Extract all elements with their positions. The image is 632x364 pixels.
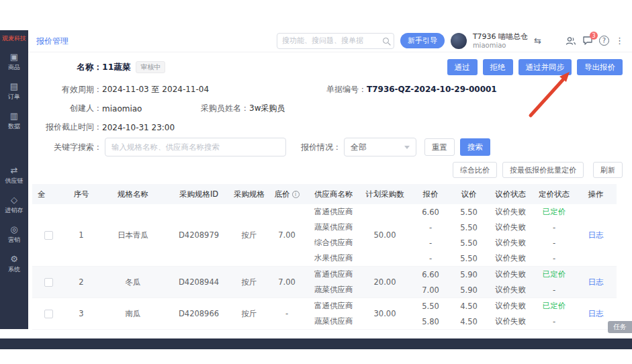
header-no: 序号 xyxy=(64,189,98,199)
buyer-label: 采购员姓名： xyxy=(201,103,249,113)
cell-supplier: 蔬菜供应商 xyxy=(305,285,359,295)
cell-base-price: 7.00 xyxy=(269,204,305,266)
cell-nego-status: 议价失败 xyxy=(488,316,533,326)
cell-base-price: 7.00 xyxy=(269,267,305,298)
cell-supplier: 富通供应商 xyxy=(305,207,359,217)
header-plan-qty: 计划采购数 xyxy=(359,189,411,199)
task-tab[interactable]: 任务 xyxy=(608,321,632,333)
cell-supplier: 富通供应商 xyxy=(305,301,359,311)
screen: 观麦科技 ▣ 商品 ▤ 订单 ▥ 数据 ⇄ 供应链 ◇ 进销存 ◎ 营销 ⚙ 系… xyxy=(0,0,632,364)
export-quote-button[interactable]: 导出报价 xyxy=(577,59,623,75)
header-select-all[interactable]: 全 xyxy=(32,189,64,199)
top-bar: 报价管理 新手引导 T7936 喵喵总仓 miaomiao ⇆ xyxy=(28,30,632,52)
reset-button[interactable]: 重置 xyxy=(424,138,455,156)
header-base-price: 底价i xyxy=(269,189,305,199)
contacts-icon[interactable] xyxy=(566,36,576,46)
supplier-lines: 富通供应商 6.60 5.90 议价失败 已定价 蔬菜供应商 7.00 5.90… xyxy=(305,267,575,298)
gear-icon: ⚙ xyxy=(10,255,18,264)
account-name: T7936 喵喵总仓 xyxy=(473,33,528,42)
quote-name: 11蔬菜 xyxy=(102,62,130,73)
row-checkbox[interactable] xyxy=(44,310,53,318)
cell-spec-id: D4208966 xyxy=(168,298,230,329)
cell-unit: 按斤 xyxy=(230,298,269,329)
sidebar-item-data[interactable]: ▥ 数据 xyxy=(8,111,20,131)
cell-spec-id: D4208979 xyxy=(168,204,230,266)
sidebar-item-inventory[interactable]: ◇ 进销存 xyxy=(5,195,24,215)
sidebar-item-label: 供应链 xyxy=(5,177,24,185)
sidebar-item-goods[interactable]: ▣ 商品 xyxy=(8,52,20,72)
cell-nego-status: 议价失败 xyxy=(488,301,533,311)
sidebar-item-label: 订单 xyxy=(8,93,20,101)
period-value: 2024-11-03 至 2024-11-04 xyxy=(102,84,209,95)
cell-price-status: - xyxy=(533,285,575,295)
header-quote: 报价 xyxy=(411,189,450,199)
cell-quote: - xyxy=(411,238,450,248)
cell-spec-name: 日本青瓜 xyxy=(98,204,168,266)
sidebar-item-label: 营销 xyxy=(8,236,20,244)
global-search-input[interactable] xyxy=(282,36,383,45)
header-nego-price: 议价 xyxy=(450,189,488,199)
keyword-input[interactable] xyxy=(105,138,286,156)
cell-quote: - xyxy=(411,223,450,232)
approve-button[interactable]: 通过 xyxy=(447,59,478,75)
cell-quote: - xyxy=(411,254,450,263)
sidebar-item-label: 进销存 xyxy=(5,206,24,215)
table-row: 1 日本青瓜 D4208979 按斤 7.00 富通供应商 6.60 5.50 … xyxy=(32,204,617,267)
log-link[interactable]: 日志 xyxy=(588,230,604,240)
filter-bar: 关键字搜索： 报价情况： 全部 重置 搜索 xyxy=(28,138,632,156)
cell-unit: 按斤 xyxy=(230,204,269,266)
cell-price-status: - xyxy=(533,223,575,232)
sidebar-item-system[interactable]: ⚙ 系统 xyxy=(8,255,20,274)
batch-price-button[interactable]: 按最低报价批量定价 xyxy=(502,162,584,178)
breadcrumb[interactable]: 报价管理 xyxy=(36,36,69,47)
cell-nego-price: 5.50 xyxy=(450,223,488,232)
cell-nego-price: 4.50 xyxy=(450,317,488,326)
guide-button[interactable]: 新手引导 xyxy=(400,33,445,48)
cell-plan-qty: 30.00 xyxy=(359,309,411,318)
cell-unit: 按斤 xyxy=(230,267,269,298)
cell-supplier: 蔬菜供应商 xyxy=(305,222,359,232)
log-link[interactable]: 日志 xyxy=(588,277,604,287)
help-icon[interactable]: ? xyxy=(599,36,609,46)
quote-table: 全 序号 规格名称 采购规格ID 采购规格 底价i 供应商名称 计划采购数 报价… xyxy=(32,184,617,330)
cell-supplier: 水果供应商 xyxy=(305,253,359,263)
account-info[interactable]: T7936 喵喵总仓 miaomiao xyxy=(473,33,528,49)
cell-no: 3 xyxy=(64,298,98,329)
log-link[interactable]: 日志 xyxy=(588,309,604,319)
switch-warehouse-icon[interactable]: ⇆ xyxy=(534,36,541,45)
main-panel: 报价管理 新手引导 T7936 喵喵总仓 miaomiao ⇆ xyxy=(28,30,632,329)
refresh-button[interactable]: 刷新 xyxy=(593,162,623,178)
cell-supplier: 富通供应商 xyxy=(305,269,359,279)
sidebar-item-orders[interactable]: ▤ 订单 xyxy=(8,82,20,101)
avatar[interactable] xyxy=(451,33,467,49)
reject-button[interactable]: 拒绝 xyxy=(483,59,513,75)
status-badge: 审核中 xyxy=(136,61,165,73)
cell-nego-status: 议价失败 xyxy=(488,222,533,232)
buyer-field: 采购员姓名：3w采购员 xyxy=(201,103,285,114)
row-checkbox[interactable] xyxy=(44,231,53,240)
chevron-down-icon xyxy=(404,146,410,149)
account-subname: miaomiao xyxy=(473,42,528,50)
search-button[interactable]: 搜索 xyxy=(460,138,490,156)
table-row: 3 南瓜 D4208966 按斤 - 富通供应商 5.50 4.50 议价失败 … xyxy=(32,298,617,330)
box-icon: ▣ xyxy=(10,52,18,62)
more-menu-icon[interactable]: ⋮ xyxy=(615,36,624,45)
quote-status-value: 全部 xyxy=(351,142,367,153)
supplier-lines: 富通供应商 5.50 4.50 议价失败 已定价 蔬菜供应商 5.80 4.50… xyxy=(305,298,575,329)
cell-quote: 7.00 xyxy=(411,285,450,295)
quote-status-select[interactable]: 全部 xyxy=(344,138,416,156)
sidebar-item-supply-chain[interactable]: ⇄ 供应链 xyxy=(5,166,24,185)
sidebar-item-marketing[interactable]: ◎ 营销 xyxy=(8,225,20,244)
sidebar-item-label: 商品 xyxy=(8,63,20,72)
deadline-label: 报价截止时间： xyxy=(38,122,102,133)
cell-price-status: - xyxy=(533,238,575,248)
row-checkbox[interactable] xyxy=(44,278,53,287)
messages-icon[interactable]: 3 xyxy=(582,36,593,46)
global-search[interactable] xyxy=(277,33,394,49)
approve-sync-button[interactable]: 通过并同步 xyxy=(518,59,572,75)
header-nego-status: 议价状态 xyxy=(488,189,533,199)
header-unit: 采购规格 xyxy=(230,189,269,199)
header-base-price-label: 底价 xyxy=(275,189,290,199)
cell-nego-price: 5.50 xyxy=(450,254,488,263)
compare-button[interactable]: 综合比价 xyxy=(453,162,497,178)
